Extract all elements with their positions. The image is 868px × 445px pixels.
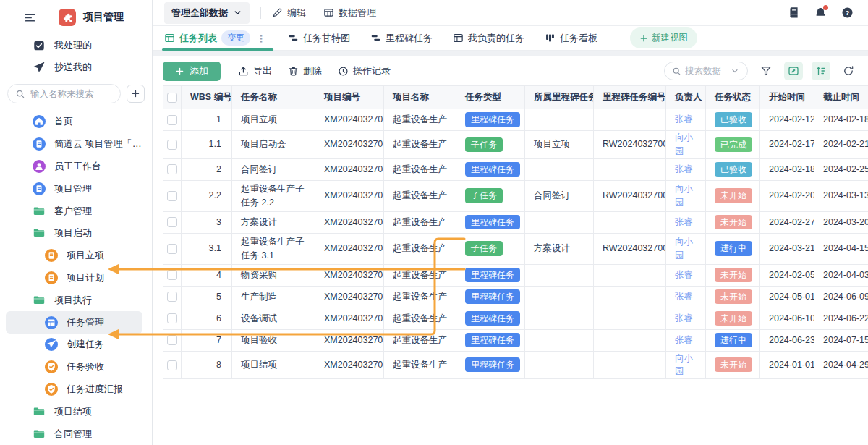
- manual-book-icon[interactable]: [788, 7, 800, 19]
- column-header-项目编号[interactable]: 项目编号: [315, 86, 384, 109]
- collapse-sidebar-icon[interactable]: [24, 12, 36, 24]
- table-search-field[interactable]: [685, 66, 727, 76]
- sidebar-item-任务进度汇报[interactable]: 任务进度汇报: [6, 378, 142, 401]
- status-cell: 已完成: [706, 131, 760, 159]
- project-name-cell: 起重设备生产: [384, 131, 456, 159]
- end-date-cell: 2024-02-25: [814, 158, 868, 180]
- owner-link[interactable]: 张睿: [675, 270, 693, 280]
- table-row-2[interactable]: 2合同签订XM20240327001起重设备生产里程碑任务张睿已验收2024-0…: [163, 158, 868, 180]
- refresh-button[interactable]: [839, 62, 858, 80]
- display-settings-button[interactable]: [784, 62, 803, 80]
- sidebar-utility-我处理的[interactable]: 我处理的: [6, 35, 142, 56]
- sidebar-item-客户管理[interactable]: 客户管理: [6, 200, 142, 222]
- new-view-button[interactable]: 新建视图: [630, 27, 697, 48]
- row-checkbox[interactable]: [167, 164, 177, 174]
- sidebar-item-项目结项[interactable]: 项目结项: [6, 400, 142, 423]
- row-checkbox[interactable]: [167, 115, 177, 125]
- table-row-2.2[interactable]: 2.2起重设备生产子任务 2.2XM20240327001起重设备生产子任务合同…: [163, 180, 868, 211]
- owner-link[interactable]: 向小园: [675, 184, 693, 208]
- sidebar-item-简道云 项目管理「使用说明」[interactable]: 简道云 项目管理「使用说明」: [6, 133, 142, 156]
- data-scope-button[interactable]: 管理全部数据: [164, 2, 250, 24]
- table-row-1[interactable]: 1项目立项XM20240327001起重设备生产里程碑任务张睿已验收2024-0…: [163, 109, 868, 131]
- sidebar-utility-抄送我的[interactable]: 抄送我的: [6, 56, 142, 78]
- table-row-4[interactable]: 4物资采购XM20240327001起重设备生产里程碑任务张睿未开始2024-0…: [163, 264, 868, 286]
- row-checkbox[interactable]: [167, 217, 177, 227]
- task-type-cell: 里程碑任务: [456, 308, 525, 329]
- sidebar-item-任务管理[interactable]: 任务管理: [6, 311, 142, 334]
- row-checkbox[interactable]: [167, 191, 177, 201]
- tab-任务甘特图[interactable]: 任务甘特图: [288, 26, 350, 50]
- milestone-cell: [525, 211, 594, 233]
- select-all-checkbox-cell[interactable]: [163, 86, 182, 109]
- tab-more-icon[interactable]: ⋮: [255, 33, 268, 44]
- column-header-任务类型[interactable]: 任务类型: [456, 86, 525, 109]
- sidebar-item-项目立项[interactable]: 项目立项: [6, 245, 142, 267]
- sidebar-item-项目启动[interactable]: 项目启动: [6, 222, 142, 245]
- column-header-开始时间[interactable]: 开始时间: [760, 86, 814, 109]
- tab-里程碑任务[interactable]: 里程碑任务: [370, 26, 433, 50]
- sidebar-item-项目管理[interactable]: 项目管理: [6, 177, 142, 200]
- row-checkbox[interactable]: [167, 360, 177, 370]
- table-row-7[interactable]: 7项目验收XM20240327001起重设备生产里程碑任务张睿进行中2024-0…: [163, 329, 868, 351]
- owner-link[interactable]: 张睿: [675, 335, 693, 345]
- table-row-3[interactable]: 3方案设计XM20240327001起重设备生产里程碑任务张睿未开始2024-0…: [163, 211, 868, 233]
- clock-icon: [338, 66, 349, 77]
- milestone-no-cell: [594, 109, 666, 131]
- row-checkbox[interactable]: [167, 270, 177, 280]
- row-checkbox[interactable]: [167, 140, 177, 150]
- row-checkbox[interactable]: [167, 244, 177, 254]
- tab-change-badge[interactable]: 变更: [221, 30, 250, 46]
- sidebar-search-field[interactable]: [30, 89, 103, 99]
- owner-link[interactable]: 张睿: [675, 313, 693, 323]
- sort-level-button[interactable]: [812, 62, 830, 80]
- row-checkbox[interactable]: [167, 335, 177, 345]
- tab-任务列表[interactable]: 任务列表变更⋮: [164, 26, 268, 50]
- column-header-里程碑任务编号[interactable]: 里程碑任务编号: [594, 86, 666, 109]
- column-header-负责人[interactable]: 负责人: [666, 86, 706, 109]
- owner-link[interactable]: 张睿: [675, 217, 693, 227]
- sidebar-item-任务验收[interactable]: 任务验收: [6, 356, 142, 378]
- owner-link[interactable]: 向小园: [675, 132, 693, 156]
- owner-link[interactable]: 向小园: [675, 237, 693, 260]
- data-manage-button[interactable]: 数据管理: [323, 7, 376, 20]
- owner-link[interactable]: 张睿: [675, 292, 693, 302]
- column-header-项目名称[interactable]: 项目名称: [384, 86, 456, 109]
- table-row-1.1[interactable]: 1.1项目启动会XM20240327001起重设备生产子任务项目立项RW2024…: [163, 131, 868, 159]
- add-button[interactable]: 添加: [163, 62, 221, 81]
- notification-bell-icon[interactable]: [814, 7, 827, 19]
- table-row-5[interactable]: 5生产制造XM20240327001起重设备生产里程碑任务张睿未开始2024-0…: [163, 286, 868, 308]
- tab-我负责的任务[interactable]: 我负责的任务: [453, 26, 524, 50]
- table-search-input[interactable]: [664, 62, 748, 80]
- sidebar-item-员工工作台[interactable]: 员工工作台: [6, 156, 142, 178]
- table-row-8[interactable]: 8项目结项XM20240327001起重设备生产里程碑任务向小园未开始2024-…: [163, 351, 868, 379]
- sidebar-item-项目执行[interactable]: 项目执行: [6, 289, 142, 311]
- export-button[interactable]: 导出: [238, 64, 272, 77]
- sidebar-search-input[interactable]: [7, 84, 121, 103]
- help-question-icon[interactable]: ?: [841, 7, 854, 19]
- filter-button[interactable]: [757, 62, 775, 80]
- row-checkbox[interactable]: [167, 292, 177, 302]
- sidebar-item-项目计划[interactable]: 项目计划: [6, 267, 142, 289]
- table-row-3.1[interactable]: 3.1起重设备生产子任务 3.1XM20240327001起重设备生产子任务方案…: [163, 233, 868, 264]
- column-header-任务名称[interactable]: 任务名称: [232, 86, 315, 109]
- owner-link[interactable]: 向小园: [675, 353, 693, 377]
- delete-button[interactable]: 删除: [288, 64, 322, 77]
- operation-history-button[interactable]: 操作记录: [338, 64, 391, 77]
- status-cell: 未开始: [706, 308, 760, 329]
- sidebar-item-首页[interactable]: 首页: [6, 111, 142, 133]
- add-app-button[interactable]: [127, 85, 145, 103]
- column-header-截止时间[interactable]: 截止时间: [814, 86, 868, 109]
- column-header-所属里程碑任务[interactable]: 所属里程碑任务: [525, 86, 594, 109]
- table-row-6[interactable]: 6设备调试XM20240327001起重设备生产里程碑任务张睿未开始2024-0…: [163, 308, 868, 329]
- owner-link[interactable]: 张睿: [675, 164, 693, 174]
- sidebar-item-合同管理[interactable]: 合同管理: [6, 423, 142, 445]
- tab-任务看板[interactable]: 任务看板: [545, 26, 597, 50]
- sidebar-item-创建任务[interactable]: 创建任务: [6, 334, 142, 356]
- edit-button[interactable]: 编辑: [272, 7, 306, 20]
- column-header-WBS 编号[interactable]: WBS 编号↑: [182, 86, 232, 109]
- row-checkbox[interactable]: [167, 313, 177, 323]
- column-header-任务状态[interactable]: 任务状态: [706, 86, 760, 109]
- start-date-cell: 2024-06-23: [760, 329, 814, 351]
- select-all-checkbox[interactable]: [167, 93, 177, 103]
- owner-link[interactable]: 张睿: [675, 114, 693, 124]
